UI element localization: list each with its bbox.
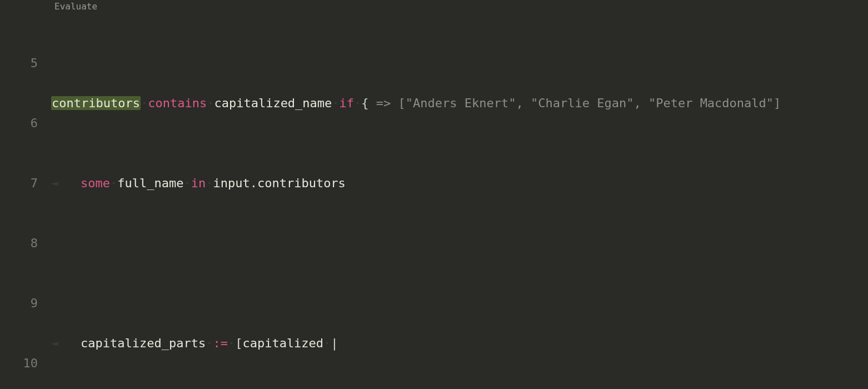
code-line[interactable]: ⇥ capitalized_parts·:=·[capitalized·|	[51, 333, 868, 353]
code-line[interactable]: ⇥ some·full_name·in·input.contributors	[51, 173, 868, 193]
line-number: 8	[0, 233, 38, 253]
line-number: 5	[0, 53, 38, 73]
rule-name: contributors	[51, 96, 141, 110]
code-line[interactable]	[51, 253, 868, 273]
line-number: 7	[0, 173, 38, 193]
inlay-rule-result: => ["Anders Eknert", "Charlie Egan", "Pe…	[376, 96, 781, 110]
evaluate-codelens[interactable]: Evaluate	[54, 0, 97, 13]
code-editor[interactable]: 5 6 7 8 9 10 11 12 13 14 15 16 17 18 19 …	[0, 0, 868, 389]
code-line[interactable]: contributors·contains·capitalized_name·i…	[51, 93, 868, 113]
line-number-gutter: 5 6 7 8 9 10 11 12 13 14 15 16 17 18 19 …	[0, 0, 51, 389]
line-number: 10	[0, 353, 38, 373]
line-number: 9	[0, 293, 38, 313]
code-area[interactable]: Evaluate contributors·contains·capitaliz…	[51, 0, 868, 389]
line-number: 6	[0, 113, 38, 133]
